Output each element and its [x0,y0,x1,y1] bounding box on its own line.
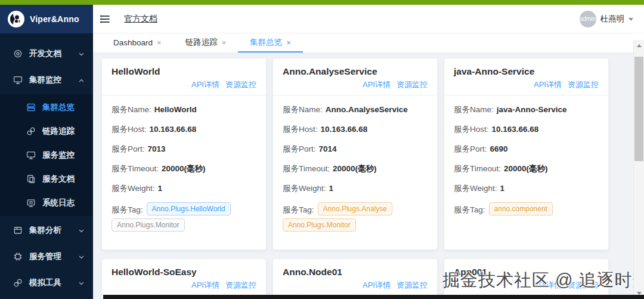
sidebar-subitem-label: 服务监控 [42,150,75,161]
resource-monitor-link[interactable]: 资源监控 [225,80,256,89]
collapse-menu-icon[interactable] [99,13,111,25]
monitor-icon [13,75,23,85]
card-row-port: 服务Port:6690 [454,143,599,155]
chevron-up-icon [78,76,85,83]
sidebar-item-label: 模拟工具 [29,278,61,288]
tab-close-icon[interactable]: × [222,38,227,47]
sidebar-item-label: 开发文档 [29,48,61,59]
card-row-port: 服务Port:7014 [283,143,428,155]
api-detail-link[interactable]: API详情 [534,280,562,289]
sidebar-subitem-label: 服务文档 [42,174,75,184]
resource-monitor-link[interactable]: 资源监控 [397,80,428,89]
scrollbar[interactable] [633,40,644,299]
cards-grid: HelloWorldAPI详情资源监控服务Name:HelloWorld服务Ho… [93,53,644,299]
chevron-down-icon [78,227,85,233]
resource-monitor-link[interactable]: 资源监控 [568,280,599,289]
tab-1[interactable]: 链路追踪× [174,33,239,53]
api-detail-link[interactable]: API详情 [363,280,391,289]
breadcrumb-doc-link[interactable]: 官方文档 [124,14,157,24]
service-card-title: java-Anno-Service [454,66,599,77]
service-card-3: HelloWorld-SoEasyAPI详情资源监控服务Name:HelloWo… [101,258,267,299]
scrollbar-thumb[interactable] [634,57,643,161]
card-row-label: 服务Name: [454,105,494,114]
card-row-value: 20000(毫秒) [504,164,548,173]
analysis-icon [13,226,23,235]
service-card-title: Anno.AnalyseService [283,66,428,77]
card-links: API详情资源监控 [283,79,428,90]
card-header: HelloWorldAPI详情资源监控 [102,58,266,95]
tab-label: 链路追踪 [185,37,218,48]
service-card-0: HelloWorldAPI详情资源监控服务Name:HelloWorld服务Ho… [101,58,267,250]
card-row-label: 服务Timeout: [283,164,330,173]
chevron-down-icon [78,50,85,57]
card-row-value: 1 [329,184,334,193]
sidebar-subitem-1-2[interactable]: 服务监控 [0,143,93,167]
resource-monitor-link[interactable]: 资源监控 [397,280,428,289]
brand-logo-icon [7,10,25,28]
card-row-label: 服务Weight: [112,184,155,193]
tab-2[interactable]: 集群总览× [238,33,303,53]
sidebar-item-4[interactable]: 模拟工具 [0,271,93,295]
sidebar-item-label: 服务管理 [29,251,61,262]
card-header: HelloWorld-SoEasyAPI详情资源监控 [102,259,266,296]
api-detail-link[interactable]: API详情 [534,80,562,89]
syslog-icon [26,198,36,208]
card-links: API详情资源监控 [283,279,428,291]
card-body: 服务Name:Anno.AnalyseService服务Host:10.163.… [273,95,437,249]
card-row-timeout: 服务Timeout:20000(毫秒) [454,163,599,175]
sidebar-item-1[interactable]: 集群监控 [0,68,93,92]
sidebar-subitem-label: 系统日志 [42,198,75,208]
card-header: App001API详情资源监控 [444,259,608,296]
resource-monitor-link[interactable]: 资源监控 [568,80,599,89]
card-row-label: 服务Weight: [283,184,326,193]
tab-bar: Dashboard×链路追踪×集群总览× [93,33,634,53]
card-row-value: HelloWorld [154,105,197,114]
brand[interactable]: Viper&Anno [0,5,93,33]
card-row-value: Anno.AnalyseService [326,105,408,114]
api-detail-link[interactable]: API详情 [363,80,391,89]
tab-close-icon[interactable]: × [286,38,291,47]
card-row-value: 1 [158,184,163,193]
sidebar: Viper&Anno 开发文档集群监控集群总览链路追踪服务监控服务文档系统日志集… [0,5,93,299]
trace-link-icon [26,127,36,136]
card-row-value: 20000(毫秒) [162,164,206,173]
card-row-label: 服务Port: [454,144,487,153]
sidebar-subitem-1-4[interactable]: 系统日志 [0,191,93,215]
tab-0[interactable]: Dashboard× [101,33,174,53]
card-row-value: 7014 [319,144,337,153]
sidebar-item-2[interactable]: 集群分析 [0,218,93,242]
card-row-timeout: 服务Timeout:20000(毫秒) [283,163,428,175]
card-row-host: 服务Host:10.163.66.68 [454,124,599,135]
card-row-weight: 服务Weight:1 [112,183,256,195]
card-row-value: 1 [500,184,505,193]
service-card-title: Anno.Node01 [283,267,428,278]
card-links: API详情资源监控 [454,279,599,291]
api-detail-link[interactable]: API详情 [191,80,219,89]
card-header: Anno.Node01API详情资源监控 [273,259,437,296]
resource-monitor-link[interactable]: 资源监控 [225,280,256,289]
service-card-2: java-Anno-ServiceAPI详情资源监控服务Name:java-An… [444,58,609,250]
cluster-icon [26,103,36,112]
user-menu[interactable]: admin 杜燕明 [580,11,634,27]
sidebar-item-3[interactable]: 服务管理 [0,245,93,269]
card-row-label: 服务Timeout: [112,164,159,173]
card-row-label: 服务Weight: [454,184,497,193]
service-card-1: Anno.AnalyseServiceAPI详情资源监控服务Name:Anno.… [273,58,438,250]
service-card-4: Anno.Node01API详情资源监控服务Name:Anno.Node01服务… [273,258,438,299]
card-row-host: 服务Host:10.163.66.68 [283,124,428,135]
service-card-5: App001API详情资源监控服务Name:App001服务Host:10.16… [444,258,609,299]
sidebar-subitem-1-3[interactable]: 服务文档 [0,167,93,191]
api-detail-link[interactable]: API详情 [191,280,219,289]
card-row-label: 服务Tag: [112,205,143,214]
sidebar-submenu: 集群总览链路追踪服务监控服务文档系统日志 [0,94,93,216]
card-row-host: 服务Host:10.163.66.68 [112,124,256,135]
sidebar-subitem-1-1[interactable]: 链路追踪 [0,119,93,143]
card-row-value: 6690 [490,144,508,153]
content-area: HelloWorldAPI详情资源监控服务Name:HelloWorld服务Ho… [93,53,644,299]
tab-close-icon[interactable]: × [157,38,162,47]
sidebar-subitem-1-0[interactable]: 集群总览 [0,95,93,119]
sidebar-item-0[interactable]: 开发文档 [0,42,93,66]
brand-title: Viper&Anno [30,14,79,24]
card-links: API详情资源监控 [112,279,256,291]
scrollbar-up-arrow[interactable] [634,41,644,50]
